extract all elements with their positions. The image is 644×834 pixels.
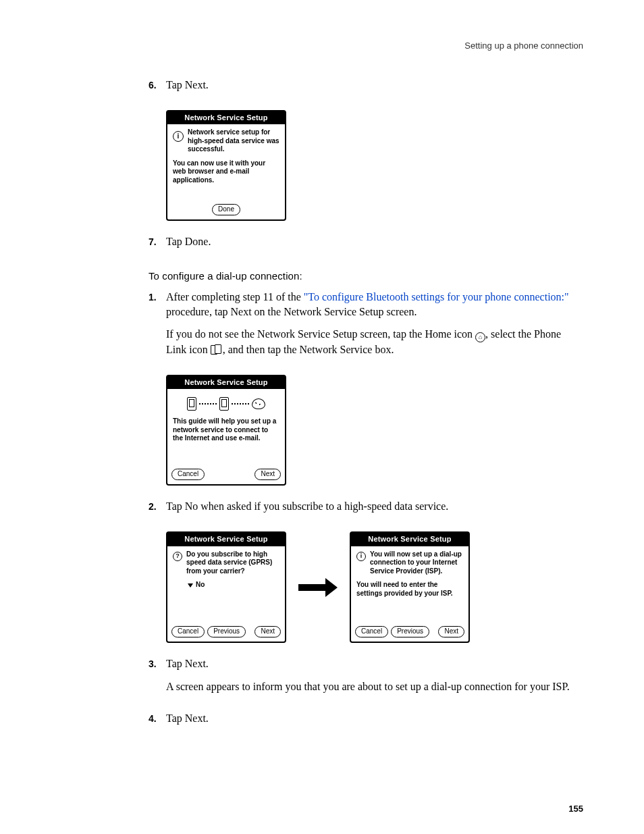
step-body: After completing step 11 of the "To conf… [166, 290, 583, 365]
question-icon: ? [173, 552, 182, 561]
palm-title: Network Service Setup [351, 533, 468, 546]
gprs-dropdown[interactable]: No [188, 581, 279, 590]
page: Setting up a phone connection 6. Tap Nex… [0, 0, 644, 834]
chevron-down-icon [188, 583, 193, 588]
step-number: 4. [149, 711, 166, 734]
arrow-right-icon [298, 578, 338, 597]
dropdown-value: No [196, 581, 205, 590]
next-button[interactable]: Next [254, 626, 281, 637]
next-button[interactable]: Next [438, 626, 464, 637]
step-2: 2. Tap No when asked if you subscribe to… [149, 499, 583, 522]
content-column: 6. Tap Next. Network Service Setup i Net… [149, 78, 583, 734]
palm-info-text: You will now set up a dial-up connection… [370, 550, 463, 576]
phone-icon [219, 397, 229, 411]
text-a: If you do not see the Network Service Se… [166, 328, 475, 340]
palm-body: This guide will help you set up a networ… [167, 389, 285, 469]
step-number: 2. [149, 499, 166, 522]
cancel-button[interactable]: Cancel [171, 469, 205, 480]
step-body: Tap Next. A screen appears to inform you… [166, 656, 583, 702]
palm-body-text: This guide will help you set up a networ… [173, 417, 279, 443]
cancel-button[interactable]: Cancel [355, 626, 388, 637]
step-text: Tap Next. [166, 711, 583, 726]
step-text: Tap Next. [166, 78, 583, 93]
phone-link-icon [211, 344, 223, 354]
palm-dialog-dialup: Network Service Setup i You will now set… [350, 531, 470, 643]
step-1: 1. After completing step 11 of the "To c… [149, 290, 583, 365]
step-body: Tap Next. [166, 711, 583, 734]
step-7: 7. Tap Done. [149, 234, 583, 257]
step-body: Tap Done. [166, 234, 583, 257]
info-icon: i [173, 131, 184, 142]
step-6: 6. Tap Next. [149, 78, 583, 101]
previous-button[interactable]: Previous [207, 626, 246, 637]
previous-button[interactable]: Previous [391, 626, 429, 637]
step-text: Tap Next. [166, 656, 583, 671]
step-3: 3. Tap Next. A screen appears to inform … [149, 656, 583, 702]
palm-body: i You will now set up a dial-up connecti… [351, 546, 468, 626]
running-header: Setting up a phone connection [61, 41, 583, 51]
step-text: Tap No when asked if you subscribe to a … [166, 499, 583, 514]
pda-icon [187, 397, 196, 411]
palm-title: Network Service Setup [167, 533, 285, 546]
step-number: 7. [149, 234, 166, 257]
info-icon: i [356, 552, 366, 561]
dotted-line [199, 403, 217, 405]
page-number: 155 [568, 804, 583, 814]
subheading-dialup: To configure a dial-up connection: [149, 269, 583, 283]
palm-body: ? Do you subscribe to high speed data se… [167, 546, 285, 626]
palm-dialog-gprs: Network Service Setup ? Do you subscribe… [166, 531, 286, 643]
palm-body: i Network service setup for high-speed d… [167, 124, 285, 204]
connection-diagram [173, 397, 279, 411]
done-button[interactable]: Done [212, 204, 240, 215]
palm-body-text: You can now use it with your web browser… [173, 159, 279, 185]
palm-question-text: Do you subscribe to high speed data serv… [186, 550, 279, 576]
step-number: 6. [149, 78, 166, 101]
text-c: , and then tap the Network Service box. [223, 344, 394, 355]
step-number: 3. [149, 656, 166, 702]
step-number: 1. [149, 290, 166, 365]
step-para: A screen appears to inform you that you … [166, 679, 583, 694]
step-4: 4. Tap Next. [149, 711, 583, 734]
text-post: procedure, tap Next on the Network Servi… [166, 306, 417, 317]
palm-pair: Network Service Setup ? Do you subscribe… [166, 531, 583, 643]
globe-icon [252, 398, 265, 409]
palm-title: Network Service Setup [167, 111, 285, 125]
palm-dialog-guide: Network Service Setup This guide will he… [166, 375, 286, 486]
palm-dialog-success: Network Service Setup i Network service … [166, 110, 286, 221]
step-text: After completing step 11 of the "To conf… [166, 290, 583, 319]
palm-info-text: Network service setup for high-speed dat… [188, 128, 279, 154]
next-button[interactable]: Next [254, 469, 281, 480]
dotted-line [232, 403, 249, 405]
step-para2: If you do not see the Network Service Se… [166, 327, 583, 357]
palm-title: Network Service Setup [167, 376, 285, 390]
step-body: Tap No when asked if you subscribe to a … [166, 499, 583, 522]
cancel-button[interactable]: Cancel [171, 626, 205, 637]
home-icon: ⌂ [475, 332, 485, 342]
step-body: Tap Next. [166, 78, 583, 101]
xref-link[interactable]: "To configure Bluetooth settings for you… [304, 291, 569, 303]
step-text: Tap Done. [166, 234, 583, 249]
palm-body-text: You will need to enter the settings prov… [356, 581, 463, 598]
text-pre: After completing step 11 of the [166, 291, 304, 303]
